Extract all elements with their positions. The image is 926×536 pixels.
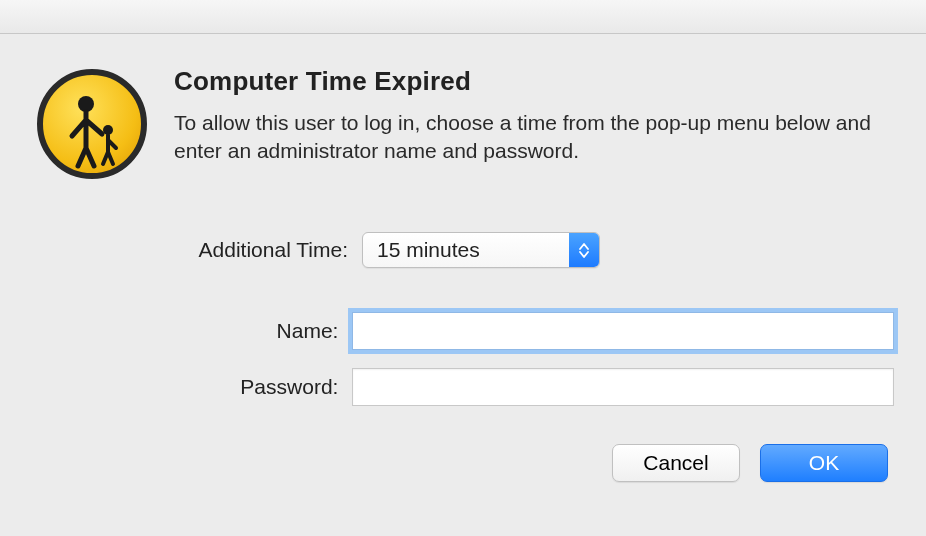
window-titlebar (0, 0, 926, 34)
additional-time-value: 15 minutes (363, 233, 569, 267)
ok-button[interactable]: OK (760, 444, 888, 482)
name-label: Name: (32, 319, 352, 343)
button-row: Cancel OK (32, 444, 894, 482)
chevron-up-down-icon (569, 233, 599, 267)
dialog-body: Computer Time Expired To allow this user… (0, 34, 926, 510)
name-input[interactable] (352, 312, 894, 350)
dialog-text: Computer Time Expired To allow this user… (174, 66, 894, 166)
additional-time-label: Additional Time: (32, 238, 362, 262)
additional-time-row: Additional Time: 15 minutes (32, 232, 894, 268)
dialog-title: Computer Time Expired (174, 66, 894, 97)
cancel-button[interactable]: Cancel (612, 444, 740, 482)
name-row: Name: (32, 312, 894, 350)
additional-time-select[interactable]: 15 minutes (362, 232, 600, 268)
parental-controls-icon (36, 68, 148, 180)
dialog-description: To allow this user to log in, choose a t… (174, 109, 894, 166)
password-input[interactable] (352, 368, 894, 406)
dialog-header-row: Computer Time Expired To allow this user… (32, 66, 894, 180)
password-row: Password: (32, 368, 894, 406)
password-label: Password: (32, 375, 352, 399)
